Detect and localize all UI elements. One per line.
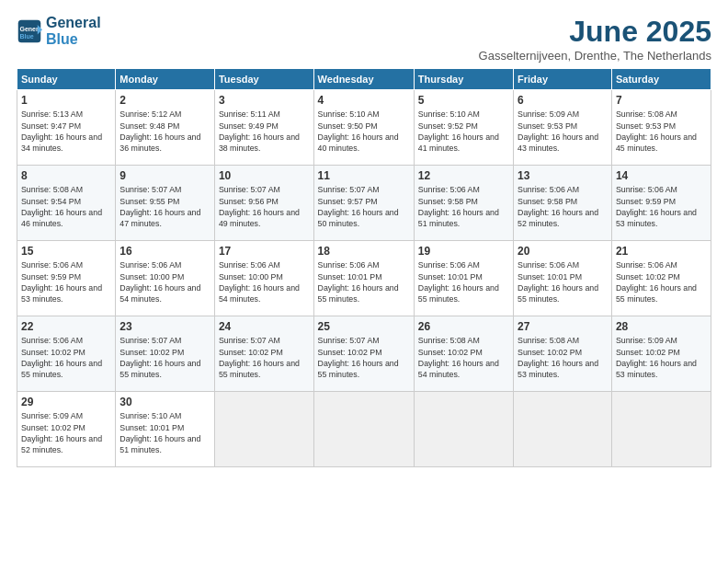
day-info: Sunrise: 5:06 AMSunset: 10:01 PMDaylight… xyxy=(418,259,509,304)
day-info: Sunrise: 5:09 AMSunset: 9:53 PMDaylight:… xyxy=(518,109,608,154)
calendar-week-row: 8 Sunrise: 5:08 AMSunset: 9:54 PMDayligh… xyxy=(17,166,711,241)
day-info: Sunrise: 5:06 AMSunset: 10:00 PMDaylight… xyxy=(119,259,210,304)
day-info: Sunrise: 5:07 AMSunset: 10:02 PMDaylight… xyxy=(119,335,210,380)
calendar-header-row: SundayMondayTuesdayWednesdayThursdayFrid… xyxy=(17,69,711,90)
day-info: Sunrise: 5:08 AMSunset: 9:54 PMDaylight:… xyxy=(21,184,111,229)
day-number: 28 xyxy=(616,319,707,334)
calendar-cell: 17 Sunrise: 5:06 AMSunset: 10:00 PMDayli… xyxy=(214,241,313,316)
logo: General Blue General Blue xyxy=(17,15,101,47)
calendar-cell: 25 Sunrise: 5:07 AMSunset: 10:02 PMDayli… xyxy=(313,316,414,392)
day-number: 18 xyxy=(318,244,410,259)
day-number: 1 xyxy=(21,93,111,108)
calendar-cell: 2 Sunrise: 5:12 AMSunset: 9:48 PMDayligh… xyxy=(116,90,215,166)
day-number: 3 xyxy=(219,93,310,108)
calendar-cell: 16 Sunrise: 5:06 AMSunset: 10:00 PMDayli… xyxy=(116,241,215,316)
calendar-cell xyxy=(214,392,313,467)
calendar-cell: 15 Sunrise: 5:06 AMSunset: 9:59 PMDaylig… xyxy=(17,241,116,316)
day-info: Sunrise: 5:10 AMSunset: 10:01 PMDaylight… xyxy=(119,410,210,455)
day-info: Sunrise: 5:06 AMSunset: 9:59 PMDaylight:… xyxy=(616,184,707,229)
calendar-cell: 19 Sunrise: 5:06 AMSunset: 10:01 PMDayli… xyxy=(414,241,513,316)
day-number: 11 xyxy=(318,168,410,183)
day-number: 17 xyxy=(219,244,310,259)
day-info: Sunrise: 5:09 AMSunset: 10:02 PMDaylight… xyxy=(21,410,111,455)
day-info: Sunrise: 5:07 AMSunset: 9:55 PMDaylight:… xyxy=(119,184,210,229)
day-number: 9 xyxy=(119,168,210,183)
weekday-header: Sunday xyxy=(17,69,116,90)
weekday-header: Monday xyxy=(116,69,215,90)
day-number: 27 xyxy=(518,319,608,334)
calendar-cell: 5 Sunrise: 5:10 AMSunset: 9:52 PMDayligh… xyxy=(414,90,513,166)
day-info: Sunrise: 5:06 AMSunset: 10:01 PMDaylight… xyxy=(518,259,608,304)
day-number: 2 xyxy=(119,93,210,108)
day-number: 7 xyxy=(616,93,707,108)
day-info: Sunrise: 5:11 AMSunset: 9:49 PMDaylight:… xyxy=(219,109,310,154)
day-info: Sunrise: 5:07 AMSunset: 10:02 PMDaylight… xyxy=(318,335,410,380)
calendar-cell: 18 Sunrise: 5:06 AMSunset: 10:01 PMDayli… xyxy=(313,241,414,316)
day-info: Sunrise: 5:13 AMSunset: 9:47 PMDaylight:… xyxy=(21,109,111,154)
calendar-cell: 6 Sunrise: 5:09 AMSunset: 9:53 PMDayligh… xyxy=(514,90,612,166)
calendar-cell: 23 Sunrise: 5:07 AMSunset: 10:02 PMDayli… xyxy=(116,316,215,392)
day-info: Sunrise: 5:06 AMSunset: 9:58 PMDaylight:… xyxy=(418,184,509,229)
day-info: Sunrise: 5:06 AMSunset: 10:01 PMDaylight… xyxy=(318,259,410,304)
day-info: Sunrise: 5:08 AMSunset: 9:53 PMDaylight:… xyxy=(616,109,707,154)
calendar-cell: 14 Sunrise: 5:06 AMSunset: 9:59 PMDaylig… xyxy=(611,166,711,241)
day-number: 14 xyxy=(616,168,707,183)
logo-icon: General Blue xyxy=(17,18,42,44)
day-info: Sunrise: 5:07 AMSunset: 9:57 PMDaylight:… xyxy=(318,184,410,229)
calendar: SundayMondayTuesdayWednesdayThursdayFrid… xyxy=(17,68,711,467)
calendar-cell: 9 Sunrise: 5:07 AMSunset: 9:55 PMDayligh… xyxy=(116,166,215,241)
day-info: Sunrise: 5:06 AMSunset: 10:02 PMDaylight… xyxy=(21,335,111,380)
location: Gasselternijveen, Drenthe, The Netherlan… xyxy=(479,49,711,63)
day-info: Sunrise: 5:07 AMSunset: 10:02 PMDaylight… xyxy=(219,335,310,380)
calendar-week-row: 29 Sunrise: 5:09 AMSunset: 10:02 PMDayli… xyxy=(17,392,711,467)
day-number: 13 xyxy=(518,168,608,183)
day-number: 6 xyxy=(518,93,608,108)
header: General Blue General Blue June 2025 Gass… xyxy=(17,15,711,63)
weekday-header: Thursday xyxy=(414,69,513,90)
calendar-cell xyxy=(611,392,711,467)
day-number: 15 xyxy=(21,244,111,259)
day-number: 29 xyxy=(21,395,111,409)
day-number: 26 xyxy=(418,319,509,334)
calendar-cell: 27 Sunrise: 5:08 AMSunset: 10:02 PMDayli… xyxy=(514,316,612,392)
calendar-cell: 29 Sunrise: 5:09 AMSunset: 10:02 PMDayli… xyxy=(17,392,116,467)
page: General Blue General Blue June 2025 Gass… xyxy=(0,0,728,563)
calendar-week-row: 1 Sunrise: 5:13 AMSunset: 9:47 PMDayligh… xyxy=(17,90,711,166)
calendar-week-row: 15 Sunrise: 5:06 AMSunset: 9:59 PMDaylig… xyxy=(17,241,711,316)
day-number: 5 xyxy=(418,93,509,108)
day-info: Sunrise: 5:06 AMSunset: 10:02 PMDaylight… xyxy=(616,259,707,304)
calendar-cell: 10 Sunrise: 5:07 AMSunset: 9:56 PMDaylig… xyxy=(214,166,313,241)
day-info: Sunrise: 5:10 AMSunset: 9:50 PMDaylight:… xyxy=(318,109,410,154)
calendar-cell: 12 Sunrise: 5:06 AMSunset: 9:58 PMDaylig… xyxy=(414,166,513,241)
day-number: 12 xyxy=(418,168,509,183)
day-number: 30 xyxy=(119,395,210,409)
calendar-cell: 7 Sunrise: 5:08 AMSunset: 9:53 PMDayligh… xyxy=(611,90,711,166)
calendar-week-row: 22 Sunrise: 5:06 AMSunset: 10:02 PMDayli… xyxy=(17,316,711,392)
day-info: Sunrise: 5:08 AMSunset: 10:02 PMDaylight… xyxy=(518,335,608,380)
day-number: 19 xyxy=(418,244,509,259)
calendar-cell: 24 Sunrise: 5:07 AMSunset: 10:02 PMDayli… xyxy=(214,316,313,392)
month-title: June 2025 xyxy=(479,15,711,49)
svg-text:Blue: Blue xyxy=(20,32,34,39)
day-info: Sunrise: 5:08 AMSunset: 10:02 PMDaylight… xyxy=(418,335,509,380)
day-number: 10 xyxy=(219,168,310,183)
calendar-cell: 21 Sunrise: 5:06 AMSunset: 10:02 PMDayli… xyxy=(611,241,711,316)
calendar-cell xyxy=(313,392,414,467)
day-number: 24 xyxy=(219,319,310,334)
calendar-cell: 26 Sunrise: 5:08 AMSunset: 10:02 PMDayli… xyxy=(414,316,513,392)
weekday-header: Saturday xyxy=(611,69,711,90)
day-info: Sunrise: 5:12 AMSunset: 9:48 PMDaylight:… xyxy=(119,109,210,154)
day-number: 8 xyxy=(21,168,111,183)
day-number: 20 xyxy=(518,244,608,259)
logo-text: General Blue xyxy=(46,15,101,47)
calendar-cell: 4 Sunrise: 5:10 AMSunset: 9:50 PMDayligh… xyxy=(313,90,414,166)
calendar-cell: 28 Sunrise: 5:09 AMSunset: 10:02 PMDayli… xyxy=(611,316,711,392)
day-number: 16 xyxy=(119,244,210,259)
day-number: 22 xyxy=(21,319,111,334)
day-number: 23 xyxy=(119,319,210,334)
day-number: 4 xyxy=(318,93,410,108)
calendar-cell: 20 Sunrise: 5:06 AMSunset: 10:01 PMDayli… xyxy=(514,241,612,316)
calendar-cell: 1 Sunrise: 5:13 AMSunset: 9:47 PMDayligh… xyxy=(17,90,116,166)
title-block: June 2025 Gasselternijveen, Drenthe, The… xyxy=(479,15,711,63)
day-info: Sunrise: 5:06 AMSunset: 9:59 PMDaylight:… xyxy=(21,259,111,304)
